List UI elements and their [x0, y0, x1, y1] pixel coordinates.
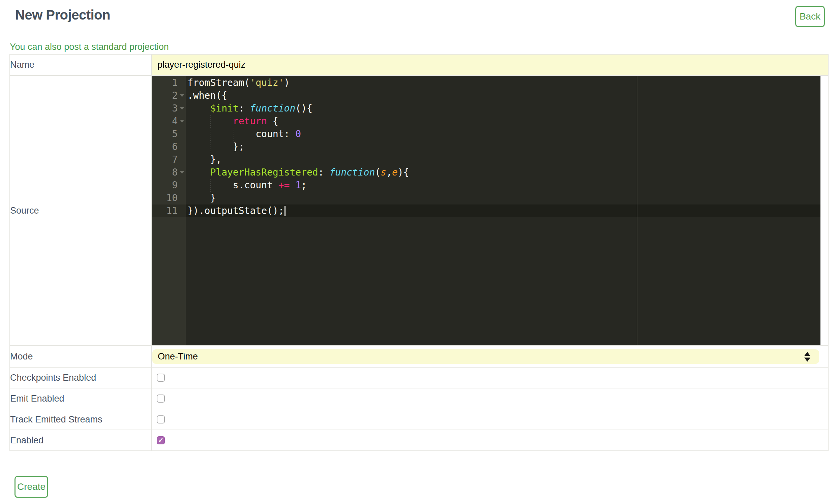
emit-checkbox[interactable]	[157, 395, 165, 402]
code-token-keyword: +=	[278, 180, 290, 191]
line-number: 4	[172, 115, 178, 127]
code-line[interactable]: return {	[186, 115, 820, 128]
code-token-argument: s	[381, 167, 386, 178]
checkpoints-checkbox[interactable]	[157, 374, 165, 382]
track-cell	[151, 409, 828, 430]
code-token-property: $init	[210, 103, 238, 114]
indent-guide	[210, 141, 232, 153]
fold-arrow-icon[interactable]	[180, 120, 184, 123]
source-code-editor[interactable]: 1234567891011 fromStream('quiz').when({ …	[152, 76, 820, 345]
gutter-line-number: 7	[152, 153, 186, 166]
arrow-down-icon	[804, 357, 810, 361]
line-number: 7	[172, 154, 178, 165]
code-token-text	[290, 180, 295, 191]
standard-projection-link[interactable]: You can also post a standard projection	[10, 42, 169, 52]
checkpoints-label: Checkpoints Enabled	[10, 367, 151, 388]
line-number: 8	[172, 167, 178, 178]
editor-code-area[interactable]: fromStream('quiz').when({ $init: functio…	[186, 76, 820, 345]
code-line[interactable]: PlayerHasRegistered: function(s,e){	[186, 166, 820, 179]
code-token-text: },	[210, 154, 222, 165]
indent-guide	[188, 192, 210, 204]
enabled-checkbox[interactable]: ✓	[157, 436, 165, 444]
line-number: 11	[166, 205, 178, 216]
checkpoints-row: Checkpoints Enabled	[10, 367, 828, 388]
indent-guide	[188, 115, 210, 128]
indent-guide	[188, 128, 210, 141]
line-number: 6	[172, 141, 178, 152]
line-number: 10	[166, 192, 178, 203]
code-token-text: {	[267, 115, 278, 127]
code-token-argument: e	[392, 167, 398, 178]
indent-guide	[210, 115, 232, 128]
mode-selected-value: One-Time	[158, 352, 198, 362]
code-token-keyword: return	[233, 115, 267, 127]
gutter-line-number: 11	[152, 204, 186, 217]
projection-form-table: Name Source 1234567891011 fromStream('qu…	[10, 54, 828, 451]
line-number: 2	[172, 90, 178, 101]
code-token-text: ,	[386, 167, 392, 178]
gutter-line-number: 3	[152, 102, 186, 115]
code-token-text: :	[318, 167, 330, 178]
select-spinner-icon	[804, 352, 810, 361]
code-token-text: (){	[295, 103, 313, 114]
code-token-text: };	[233, 141, 244, 152]
indent-guide	[188, 153, 210, 166]
emit-label: Emit Enabled	[10, 388, 151, 409]
track-label: Track Emitted Streams	[10, 409, 151, 430]
code-token-property: PlayerHasRegistered	[210, 167, 318, 178]
code-token-text	[244, 103, 250, 114]
code-line[interactable]: }).outputState();	[186, 204, 820, 217]
gutter-line-number: 6	[152, 141, 186, 153]
code-token-text: s.count	[233, 180, 278, 191]
fold-arrow-icon[interactable]	[180, 107, 184, 110]
fold-arrow-icon[interactable]	[180, 94, 184, 97]
indent-guide	[188, 102, 210, 115]
line-number: 9	[172, 180, 178, 191]
code-token-text: ;	[301, 180, 307, 191]
mode-cell: One-Time	[151, 346, 828, 367]
code-token-text: fromStream(	[188, 77, 250, 88]
checkpoints-cell	[151, 367, 828, 388]
code-line[interactable]: fromStream('quiz')	[186, 76, 820, 89]
gutter-line-number: 9	[152, 179, 186, 192]
line-number: 1	[172, 77, 178, 88]
code-line[interactable]: count: 0	[186, 128, 820, 141]
gutter-line-number: 4	[152, 115, 186, 128]
back-button[interactable]: Back	[795, 6, 825, 27]
code-token-text: ){	[398, 167, 409, 178]
code-token-text: )	[284, 77, 290, 88]
code-line[interactable]: .when({	[186, 89, 820, 102]
gutter-line-number: 8	[152, 166, 186, 179]
mode-label: Mode	[10, 346, 151, 367]
code-line[interactable]: }	[186, 192, 820, 204]
indent-guide	[188, 179, 210, 192]
code-line[interactable]: };	[186, 141, 820, 153]
source-label: Source	[10, 75, 151, 346]
code-line[interactable]: },	[186, 153, 820, 166]
code-token-string: 'quiz'	[250, 77, 284, 88]
source-row: Source 1234567891011 fromStream('quiz').…	[10, 75, 828, 346]
code-line[interactable]: $init: function(){	[186, 102, 820, 115]
track-checkbox[interactable]	[157, 415, 165, 424]
code-token-number: 1	[295, 180, 301, 191]
code-line[interactable]: s.count += 1;	[186, 179, 820, 192]
text-cursor	[284, 206, 285, 216]
emit-cell	[151, 388, 828, 409]
fold-arrow-icon[interactable]	[180, 171, 184, 174]
editor-gutter: 1234567891011	[152, 76, 186, 345]
gutter-line-number: 2	[152, 89, 186, 102]
create-button[interactable]: Create	[15, 476, 48, 498]
line-number: 5	[172, 128, 178, 140]
line-number: 3	[172, 103, 178, 114]
gutter-line-number: 5	[152, 128, 186, 141]
name-cell	[151, 54, 828, 75]
gutter-line-number: 1	[152, 76, 186, 89]
enabled-cell: ✓	[151, 430, 828, 451]
gutter-line-number: 10	[152, 192, 186, 204]
code-token-text: .when({	[188, 90, 227, 101]
indent-guide	[210, 179, 232, 192]
code-token-text: :	[239, 103, 244, 114]
name-input[interactable]	[152, 55, 828, 75]
mode-select[interactable]: One-Time	[152, 349, 819, 364]
code-token-number: 0	[295, 128, 301, 140]
